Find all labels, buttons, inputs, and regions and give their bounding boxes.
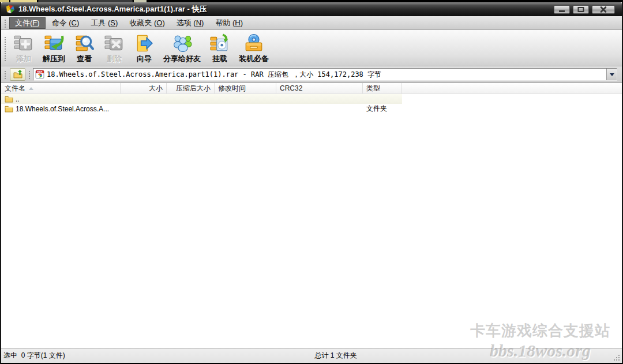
column-header-filename[interactable]: 文件名 bbox=[1, 83, 121, 93]
toolbar-extract-button[interactable]: 解压到 bbox=[39, 32, 69, 65]
menu-label: ) bbox=[37, 18, 39, 27]
menu-label: 选项 ( bbox=[177, 18, 196, 28]
column-header-type[interactable]: 类型 bbox=[363, 83, 402, 93]
menu-item-file[interactable]: 文件(F) bbox=[9, 17, 46, 29]
filename-text: 18.Wheels.of.Steel.Across.A... bbox=[16, 105, 109, 113]
toolbar-mount-button[interactable]: 挂载 bbox=[205, 32, 234, 65]
column-headers: 文件名 大小 压缩后大小 修改时间 CRC32 类型 bbox=[1, 83, 622, 94]
archive-path-text: 18.Wheels.of.Steel.Across.America.part1(… bbox=[47, 70, 617, 80]
column-label: 压缩后大小 bbox=[176, 84, 211, 93]
window-title: 18.Wheels.of.Steel.Across.America.part1(… bbox=[18, 4, 554, 14]
column-label: 文件名 bbox=[5, 84, 25, 93]
menu-label: ) bbox=[241, 18, 243, 27]
titlebar[interactable]: 18.Wheels.of.Steel.Across.America.part1(… bbox=[1, 2, 622, 16]
close-button[interactable] bbox=[592, 5, 615, 14]
column-header-filler bbox=[402, 83, 622, 93]
toolbar-share-button[interactable]: 分享给好友 bbox=[160, 32, 204, 65]
add-archive-icon bbox=[14, 33, 33, 53]
column-header-crc32[interactable]: CRC32 bbox=[276, 83, 363, 93]
toolbar-add-button[interactable]: 添加 bbox=[9, 32, 38, 65]
toolbar-delete-button[interactable]: 删除 bbox=[100, 32, 129, 65]
archive-path-combobox[interactable]: RAR 18.Wheels.of.Steel.Across.America.pa… bbox=[33, 68, 617, 81]
column-header-modified[interactable]: 修改时间 bbox=[215, 83, 276, 93]
cell-packed bbox=[167, 94, 215, 104]
minimize-icon bbox=[557, 6, 567, 13]
cell-packed bbox=[167, 104, 215, 114]
sort-asc-icon bbox=[29, 87, 33, 90]
toolbar-button-label: 查看 bbox=[77, 54, 92, 64]
list-item-up-dir[interactable]: .. bbox=[1, 94, 402, 104]
mount-icon bbox=[210, 33, 230, 53]
menu-label: ) bbox=[162, 18, 164, 27]
restore-icon bbox=[576, 6, 586, 13]
chevron-down-icon bbox=[610, 73, 614, 76]
combobox-grip[interactable] bbox=[28, 70, 31, 79]
menu-item-options[interactable]: 选项 (N) bbox=[171, 17, 209, 29]
close-icon bbox=[598, 6, 609, 13]
menubar-grip[interactable] bbox=[4, 18, 6, 28]
up-directory-button[interactable] bbox=[10, 68, 25, 81]
toolbar-button-label: 添加 bbox=[16, 54, 31, 64]
screen: 18.Wheels.of.Steel.Across.America.part1(… bbox=[0, 0, 623, 364]
column-label: CRC32 bbox=[280, 84, 302, 92]
list-item-folder[interactable]: 18.Wheels.of.Steel.Across.A... 文件夹 bbox=[1, 104, 622, 114]
column-header-size[interactable]: 大小 bbox=[121, 83, 167, 93]
cell-type bbox=[363, 94, 402, 104]
essentials-icon bbox=[244, 33, 264, 53]
minimize-button[interactable] bbox=[554, 5, 570, 14]
combobox-dropdown-button[interactable] bbox=[606, 69, 617, 80]
menu-label: ) bbox=[115, 18, 118, 27]
cell-type: 文件夹 bbox=[363, 104, 402, 114]
view-icon bbox=[74, 33, 94, 53]
menu-label: 帮助 ( bbox=[215, 18, 235, 28]
addressbar-grip[interactable] bbox=[4, 70, 6, 79]
toolbar-essentials-button[interactable]: 装机必备 bbox=[235, 32, 272, 65]
menu-label: 工具 ( bbox=[91, 18, 110, 28]
column-label: 类型 bbox=[366, 84, 380, 93]
cell-modified bbox=[215, 94, 276, 104]
folder-up-icon bbox=[13, 69, 22, 80]
status-bar: 选中 0 字节(1 文件) 总计 1 文件夹 bbox=[1, 348, 622, 363]
resize-grip-icon[interactable] bbox=[613, 354, 621, 362]
menu-item-commands[interactable]: 命令 (C) bbox=[47, 17, 85, 29]
menu-item-help[interactable]: 帮助 (H) bbox=[210, 17, 248, 29]
column-label: 大小 bbox=[149, 84, 163, 93]
menu-item-favorites[interactable]: 收藏夹 (O) bbox=[124, 17, 170, 29]
cell-crc32 bbox=[276, 94, 363, 104]
cell-filename: 18.Wheels.of.Steel.Across.A... bbox=[1, 104, 121, 114]
kuaizip-logo-icon bbox=[6, 5, 15, 14]
menu-hotkey: F bbox=[32, 18, 37, 27]
cell-size bbox=[121, 94, 167, 104]
kuaizip-window: 18.Wheels.of.Steel.Across.America.part1(… bbox=[0, 2, 623, 364]
column-label: 修改时间 bbox=[218, 84, 246, 93]
address-bar: RAR 18.Wheels.of.Steel.Across.America.pa… bbox=[1, 66, 622, 83]
cell-crc32 bbox=[276, 104, 363, 114]
extract-to-icon bbox=[44, 33, 64, 53]
toolbar: 添加 解压到 bbox=[1, 30, 622, 66]
share-friends-icon bbox=[172, 33, 192, 53]
file-list: .. 18.Wheels.of.Steel.Across.A... bbox=[1, 94, 622, 348]
toolbar-button-label: 分享给好友 bbox=[163, 54, 201, 64]
menu-label: ) bbox=[201, 18, 204, 27]
toolbar-wizard-button[interactable]: 向导 bbox=[130, 32, 159, 65]
toolbar-button-label: 装机必备 bbox=[239, 54, 269, 64]
menu-hotkey: O bbox=[156, 18, 162, 27]
delete-icon bbox=[104, 33, 124, 53]
svg-text:RAR: RAR bbox=[37, 70, 42, 73]
total-status: 总计 1 文件夹 bbox=[314, 351, 356, 361]
menu-item-tools[interactable]: 工具 (S) bbox=[85, 17, 123, 29]
folder-icon bbox=[5, 105, 13, 112]
toolbar-button-label: 删除 bbox=[107, 54, 122, 64]
menu-hotkey: H bbox=[235, 18, 240, 27]
menu-label: ) bbox=[77, 18, 79, 27]
menubar: 文件(F) 命令 (C) 工具 (S) 收藏夹 (O) 选项 (N) 帮助 (H… bbox=[1, 16, 622, 30]
cell-filename: .. bbox=[1, 94, 121, 104]
toolbar-button-label: 挂载 bbox=[212, 54, 227, 64]
toolbar-view-button[interactable]: 查看 bbox=[70, 32, 99, 65]
menu-label: 收藏夹 ( bbox=[129, 18, 156, 28]
toolbar-grip[interactable] bbox=[4, 36, 6, 61]
column-header-packed-size[interactable]: 压缩后大小 bbox=[167, 83, 215, 93]
wizard-icon bbox=[134, 33, 154, 53]
rar-archive-icon: RAR bbox=[35, 70, 44, 79]
restore-button[interactable] bbox=[573, 5, 589, 14]
